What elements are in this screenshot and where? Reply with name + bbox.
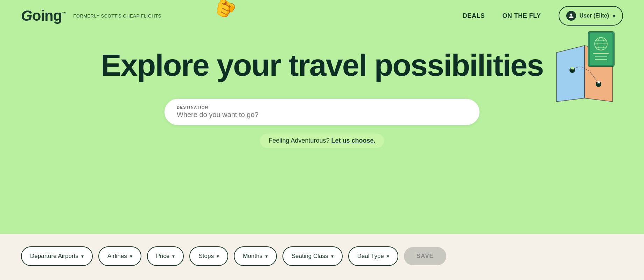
- svg-marker-0: [556, 46, 584, 102]
- logo-container[interactable]: Going™: [21, 8, 66, 23]
- svg-rect-10: [590, 33, 612, 65]
- adventurous-container: Feeling Adventurous? Let us choose.: [260, 134, 384, 148]
- chevron-down-icon: ▾: [612, 13, 615, 19]
- chevron-down-icon: ▾: [331, 253, 334, 259]
- airlines-button[interactable]: Airlines ▾: [98, 246, 141, 266]
- chevron-down-icon: ▾: [217, 253, 219, 259]
- chevron-down-icon: ▾: [265, 253, 268, 259]
- passport-illustration: [546, 28, 623, 105]
- let-us-choose-link[interactable]: Let us choose.: [331, 137, 376, 144]
- finger-icon: 🫵: [211, 0, 240, 21]
- search-container[interactable]: DESTINATION: [164, 99, 479, 125]
- months-button[interactable]: Months ▾: [234, 246, 277, 266]
- user-icon: [566, 11, 576, 21]
- hero-title: Explore your travel possibilities: [21, 49, 623, 81]
- chevron-down-icon: ▾: [81, 253, 84, 259]
- chevron-down-icon: ▾: [387, 253, 389, 259]
- hero-content: Explore your travel possibilities DESTIN…: [21, 49, 623, 148]
- bottom-section: Departure Airports ▾ Airlines ▾ Price ▾ …: [0, 234, 644, 280]
- chevron-down-icon: ▾: [130, 253, 132, 259]
- logo: Going™: [21, 8, 66, 23]
- navbar: Going™ FORMERLY SCOTT'S CHEAP FLIGHTS 🫵 …: [21, 0, 623, 32]
- filters-row: Departure Airports ▾ Airlines ▾ Price ▾ …: [21, 246, 623, 266]
- stops-button[interactable]: Stops ▾: [189, 246, 228, 266]
- navbar-left: Going™ FORMERLY SCOTT'S CHEAP FLIGHTS: [21, 8, 161, 23]
- save-button[interactable]: SAVE: [404, 247, 446, 265]
- navbar-right: DEALS ON THE FLY User (Elite) ▾: [463, 6, 623, 26]
- price-button[interactable]: Price ▾: [147, 246, 184, 266]
- chevron-down-icon: ▾: [172, 253, 175, 259]
- page-wrapper: Going™ FORMERLY SCOTT'S CHEAP FLIGHTS 🫵 …: [0, 0, 644, 280]
- deal-type-button[interactable]: Deal Type ▾: [348, 246, 398, 266]
- user-label: User (Elite): [580, 13, 609, 19]
- user-menu-button[interactable]: User (Elite) ▾: [559, 6, 623, 26]
- search-label: DESTINATION: [177, 105, 467, 109]
- destination-input[interactable]: [177, 111, 467, 119]
- formerly-text: FORMERLY SCOTT'S CHEAP FLIGHTS: [73, 13, 161, 19]
- adventurous-text: Feeling Adventurous? Let us choose.: [268, 137, 375, 144]
- departure-airports-button[interactable]: Departure Airports ▾: [21, 246, 93, 266]
- nav-deals[interactable]: DEALS: [463, 12, 485, 20]
- nav-on-the-fly[interactable]: ON THE FLY: [502, 12, 541, 20]
- seating-class-button[interactable]: Seating Class ▾: [282, 246, 343, 266]
- hero-section: Going™ FORMERLY SCOTT'S CHEAP FLIGHTS 🫵 …: [0, 0, 644, 234]
